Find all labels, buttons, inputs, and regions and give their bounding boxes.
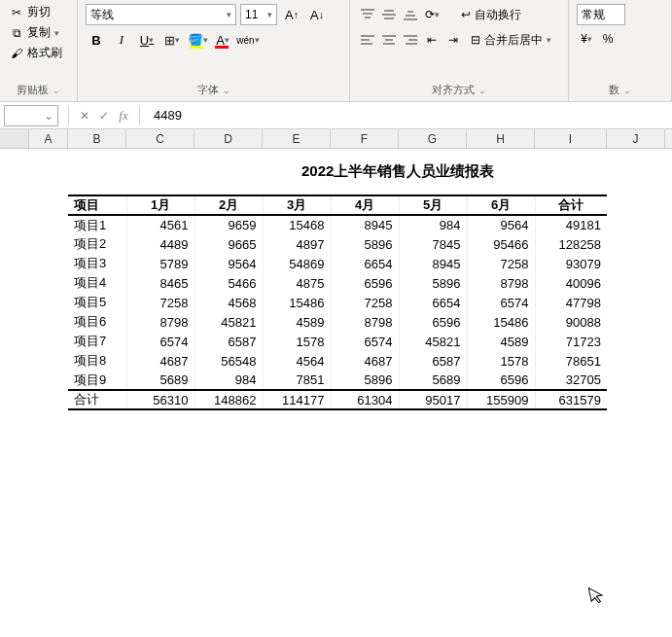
spreadsheet-grid[interactable]: A B C D E F G H I J 2022上半年销售人员业绩报表 项目1月… xyxy=(0,129,672,149)
table-cell[interactable]: 984 xyxy=(399,215,467,234)
table-cell[interactable]: 5896 xyxy=(331,234,399,254)
table-cell[interactable]: 45821 xyxy=(195,312,263,332)
table-cell[interactable]: 8798 xyxy=(331,312,399,332)
table-cell[interactable]: 8945 xyxy=(331,215,399,234)
decrease-font-button[interactable]: A↓ xyxy=(306,4,328,25)
table-cell[interactable]: 项目1 xyxy=(68,215,126,234)
table-cell[interactable]: 45821 xyxy=(399,332,467,351)
table-cell[interactable]: 6574 xyxy=(126,332,195,351)
table-cell[interactable]: 4687 xyxy=(126,351,195,371)
table-cell[interactable]: 114177 xyxy=(263,390,331,409)
col-header[interactable]: J xyxy=(607,129,665,148)
table-cell[interactable]: 项目8 xyxy=(68,351,126,371)
formula-input[interactable]: 4489 xyxy=(146,108,672,123)
table-cell[interactable]: 78651 xyxy=(535,351,607,371)
table-cell[interactable]: 6587 xyxy=(399,351,467,371)
table-cell[interactable]: 8798 xyxy=(126,312,195,332)
table-cell[interactable]: 项目2 xyxy=(68,234,126,254)
col-header[interactable]: H xyxy=(467,129,535,148)
col-header[interactable]: A xyxy=(29,129,68,148)
col-header[interactable]: G xyxy=(399,129,467,148)
table-cell[interactable]: 4589 xyxy=(263,312,331,332)
table-cell[interactable]: 项目6 xyxy=(68,312,126,332)
table-cell[interactable]: 6596 xyxy=(331,273,399,293)
table-cell[interactable]: 4561 xyxy=(126,215,195,234)
table-cell[interactable]: 8798 xyxy=(467,273,535,293)
table-cell[interactable]: 7851 xyxy=(263,371,331,390)
underline-button[interactable]: U ▾ xyxy=(136,29,158,51)
bold-button[interactable]: B xyxy=(86,29,107,51)
table-cell[interactable]: 6654 xyxy=(331,254,399,273)
wrap-text-button[interactable]: ↩ 自动换行 xyxy=(455,4,527,25)
select-all-corner[interactable] xyxy=(0,129,29,148)
table-cell[interactable]: 9564 xyxy=(467,215,535,234)
fill-color-button[interactable]: 🪣▾ xyxy=(187,29,208,51)
table-cell[interactable]: 项目7 xyxy=(68,332,126,351)
increase-indent-button[interactable]: ⇥ xyxy=(443,30,463,50)
table-cell[interactable]: 32705 xyxy=(535,371,607,390)
table-cell[interactable]: 95017 xyxy=(399,390,467,409)
border-button[interactable]: ⊞ ▾ xyxy=(161,29,183,51)
table-cell[interactable]: 项目5 xyxy=(68,293,126,312)
col-header[interactable]: C xyxy=(126,129,195,148)
col-header[interactable]: B xyxy=(68,129,126,148)
table-cell[interactable]: 4568 xyxy=(195,293,263,312)
table-cell[interactable]: 56310 xyxy=(126,390,195,409)
table-cell[interactable]: 6596 xyxy=(467,371,535,390)
orientation-button[interactable]: ⟳▾ xyxy=(422,5,442,24)
table-cell[interactable]: 4589 xyxy=(467,332,535,351)
table-cell[interactable]: 5789 xyxy=(126,254,195,273)
table-cell[interactable]: 1578 xyxy=(263,332,331,351)
font-size-select[interactable]: 11▾ xyxy=(240,4,277,25)
col-header[interactable]: I xyxy=(535,129,607,148)
table-cell[interactable]: 128258 xyxy=(535,234,607,254)
table-cell[interactable]: 4489 xyxy=(126,234,195,254)
decrease-indent-button[interactable]: ⇤ xyxy=(422,30,442,50)
col-header[interactable]: E xyxy=(263,129,331,148)
table-cell[interactable]: 71723 xyxy=(535,332,607,351)
table-cell[interactable]: 61304 xyxy=(331,390,399,409)
table-cell[interactable]: 5896 xyxy=(331,371,399,390)
table-cell[interactable]: 6574 xyxy=(331,332,399,351)
table-cell[interactable]: 155909 xyxy=(467,390,535,409)
font-color-button[interactable]: A▾ xyxy=(212,29,233,51)
align-center-button[interactable] xyxy=(379,30,399,50)
table-cell[interactable]: 8945 xyxy=(399,254,467,273)
table-cell[interactable]: 49181 xyxy=(535,215,607,234)
table-cell[interactable]: 47798 xyxy=(535,293,607,312)
table-cell[interactable]: 6654 xyxy=(399,293,467,312)
table-cell[interactable]: 15468 xyxy=(263,215,331,234)
table-cell[interactable]: 148862 xyxy=(195,390,263,409)
table-cell[interactable]: 7258 xyxy=(331,293,399,312)
table-cell[interactable]: 6587 xyxy=(195,332,263,351)
align-top-button[interactable] xyxy=(358,5,377,24)
fx-button[interactable]: fx xyxy=(114,108,133,124)
table-cell[interactable]: 9665 xyxy=(195,234,263,254)
table-cell[interactable]: 项目9 xyxy=(68,371,126,390)
table-cell[interactable]: 631579 xyxy=(535,390,607,409)
cut-button[interactable]: ✂ 剪切 xyxy=(6,2,71,22)
table-cell[interactable]: 5896 xyxy=(399,273,467,293)
table-cell[interactable]: 54869 xyxy=(263,254,331,273)
table-cell[interactable]: 15486 xyxy=(263,293,331,312)
table-cell[interactable]: 95466 xyxy=(467,234,535,254)
table-cell[interactable]: 15486 xyxy=(467,312,535,332)
merge-center-button[interactable]: ⊟ 合并后居中 ▾ xyxy=(465,29,557,51)
table-cell[interactable]: 4564 xyxy=(263,351,331,371)
table-cell[interactable]: 7845 xyxy=(399,234,467,254)
table-cell[interactable]: 4875 xyxy=(263,273,331,293)
table-cell[interactable]: 6574 xyxy=(467,293,535,312)
table-cell[interactable]: 6596 xyxy=(399,312,467,332)
table-cell[interactable]: 合计 xyxy=(68,390,126,409)
table-cell[interactable]: 7258 xyxy=(126,293,195,312)
italic-button[interactable]: I xyxy=(111,29,132,51)
table-cell[interactable]: 9659 xyxy=(195,215,263,234)
align-middle-button[interactable] xyxy=(379,5,399,24)
col-header[interactable]: F xyxy=(331,129,399,148)
table-cell[interactable]: 4897 xyxy=(263,234,331,254)
currency-button[interactable]: ¥▾ xyxy=(577,29,596,49)
table-cell[interactable]: 90088 xyxy=(535,312,607,332)
table-cell[interactable]: 项目3 xyxy=(68,254,126,273)
table-cell[interactable]: 5689 xyxy=(399,371,467,390)
table-cell[interactable]: 1578 xyxy=(467,351,535,371)
